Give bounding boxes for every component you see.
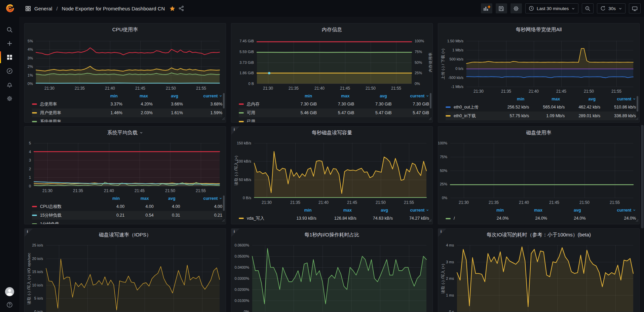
series-name[interactable]: vda_写入 bbox=[247, 216, 264, 221]
chart-area[interactable]: 4 ms3 ms2 ms1 ms0 s读取 (-) /写入 (+) bbox=[457, 245, 633, 312]
zoom-out-button[interactable] bbox=[582, 3, 594, 13]
sidebar-item-search[interactable] bbox=[0, 23, 19, 37]
sidebar-item-help[interactable] bbox=[6, 302, 13, 308]
share-icon[interactable] bbox=[179, 6, 184, 11]
legend-header-current[interactable]: current bbox=[180, 195, 222, 202]
series-color-swatch[interactable] bbox=[32, 103, 37, 105]
series-color-swatch[interactable] bbox=[32, 112, 37, 114]
series-color-swatch[interactable] bbox=[32, 215, 37, 216]
series-color-swatch[interactable] bbox=[32, 121, 37, 122]
legend-scrollbar[interactable] bbox=[223, 195, 225, 211]
panel-title[interactable]: 磁盘使用率 bbox=[438, 127, 639, 139]
chart-plot[interactable] bbox=[36, 41, 220, 84]
chart-plot[interactable] bbox=[457, 245, 633, 312]
legend-header-min[interactable]: min bbox=[98, 195, 124, 202]
chart-area[interactable]: 1.50 Mb/s1 Mb/s500 kb/s0 b/s-500 kb/s-1 … bbox=[466, 41, 633, 87]
panel-title[interactable]: 每次IO读写的耗时（参考：小于100ms）(beta) bbox=[438, 229, 639, 241]
chart-plot[interactable] bbox=[450, 143, 633, 198]
series-name[interactable]: 1分钟负载 bbox=[40, 222, 59, 225]
panel-title[interactable]: 每秒磁盘读写容量 bbox=[231, 127, 432, 139]
panel-resize-handle[interactable] bbox=[429, 217, 432, 223]
grafana-logo[interactable] bbox=[5, 3, 15, 15]
legend-scrollbar[interactable] bbox=[637, 96, 638, 112]
sidebar-item-profile[interactable] bbox=[5, 287, 14, 296]
legend-header-current[interactable]: current bbox=[600, 95, 636, 103]
legend-header-min[interactable]: min bbox=[470, 207, 509, 214]
series-name[interactable]: / bbox=[454, 216, 455, 221]
legend-header-avg[interactable]: avg bbox=[565, 95, 600, 103]
chart-area[interactable]: 100%75%50%25%0%21:3021:3521:4021:4521:50… bbox=[450, 143, 633, 198]
panel-title[interactable]: CPU使用率 bbox=[25, 24, 226, 36]
legend-header-avg[interactable]: avg bbox=[354, 92, 391, 100]
series-name[interactable]: 总使用率 bbox=[40, 102, 57, 106]
series-color-swatch[interactable] bbox=[446, 115, 451, 117]
panel-resize-handle[interactable] bbox=[636, 217, 639, 223]
panel-title[interactable]: 每秒网络带宽使用All bbox=[438, 24, 639, 36]
refresh-picker[interactable]: 30s bbox=[597, 3, 626, 13]
legend-header-avg[interactable]: avg bbox=[547, 207, 586, 214]
series-color-swatch[interactable] bbox=[32, 206, 37, 207]
chart-plot[interactable] bbox=[254, 143, 426, 198]
series-color-swatch[interactable] bbox=[239, 121, 244, 122]
chart-plot[interactable] bbox=[252, 245, 426, 312]
legend-scrollbar[interactable] bbox=[223, 93, 225, 108]
chart-plot[interactable] bbox=[46, 245, 220, 312]
legend-header-min[interactable]: min bbox=[493, 95, 529, 103]
panel-resize-handle[interactable] bbox=[636, 116, 639, 122]
panel-title[interactable]: 每1秒内I/O操作耗时占比 bbox=[231, 229, 432, 241]
legend-header-max[interactable]: max bbox=[317, 92, 354, 100]
sidebar-item-create[interactable] bbox=[0, 37, 19, 50]
page-scrollbar[interactable] bbox=[641, 125, 644, 228]
kiosk-mode-button[interactable] bbox=[629, 3, 641, 13]
chart-area[interactable]: 25 io/s20 io/s15 io/s10 io/s5 io/s0 io/s… bbox=[46, 245, 220, 312]
panel-resize-handle[interactable] bbox=[429, 116, 432, 122]
chart-area[interactable]: 150 kB/s100 kB/s50 kB/s0 B/s21:3021:3521… bbox=[254, 143, 426, 198]
legend-header-avg[interactable]: avg bbox=[356, 207, 393, 214]
breadcrumb-section[interactable]: General bbox=[34, 6, 52, 11]
breadcrumb-title[interactable]: Node Exporter for Prometheus Dashboard C… bbox=[62, 6, 165, 11]
legend-header-min[interactable]: min bbox=[279, 92, 317, 100]
chart-area[interactable]: 5%4%3%2%1%0%21:3021:3521:4021:4521:5021:… bbox=[36, 41, 220, 84]
time-picker[interactable]: Last 30 minutes bbox=[525, 3, 578, 13]
chart-plot[interactable] bbox=[34, 143, 220, 186]
series-color-swatch[interactable] bbox=[32, 223, 37, 224]
sidebar-item-dashboards[interactable] bbox=[0, 50, 19, 64]
legend-header-current[interactable]: current bbox=[586, 207, 636, 214]
series-name[interactable]: eth0_out上传 bbox=[454, 105, 479, 109]
legend-header-max[interactable]: max bbox=[124, 195, 154, 202]
series-color-swatch[interactable] bbox=[239, 112, 244, 114]
legend-header-max[interactable]: max bbox=[529, 95, 565, 103]
series-name[interactable]: 总内存 bbox=[247, 102, 260, 106]
star-icon[interactable] bbox=[169, 6, 175, 11]
series-name[interactable]: CPU总核数 bbox=[40, 204, 62, 209]
legend-header-min[interactable]: min bbox=[92, 92, 122, 100]
series-color-swatch[interactable] bbox=[446, 106, 451, 108]
legend-header-min[interactable]: min bbox=[280, 207, 316, 214]
legend-header-avg[interactable]: avg bbox=[153, 92, 183, 100]
series-name[interactable]: 用户使用率 bbox=[40, 110, 61, 115]
series-name[interactable]: 可用 bbox=[247, 110, 255, 115]
chart-area[interactable]: 0.0600%0.0500%0.0400%0.0300%0.0200%0.010… bbox=[252, 245, 426, 312]
sidebar-item-explore[interactable] bbox=[0, 64, 19, 78]
chart-area[interactable]: 7.45 GiB5.59 GiB3.73 GiB1.86 GiB0 B100%7… bbox=[257, 41, 412, 84]
chart-area[interactable]: 54321021:3021:3521:4021:4521:5021:55 bbox=[34, 143, 220, 186]
legend-header-max[interactable]: max bbox=[122, 92, 153, 100]
save-dashboard-button[interactable] bbox=[496, 3, 507, 13]
legend-header-current[interactable]: current bbox=[392, 92, 429, 100]
panel-resize-handle[interactable] bbox=[222, 217, 225, 223]
legend-header-current[interactable]: current bbox=[393, 207, 429, 214]
series-name[interactable]: 15分钟负载 bbox=[40, 213, 62, 218]
panel-title[interactable]: 系统平均负载 bbox=[25, 127, 226, 139]
chart-plot[interactable] bbox=[257, 41, 412, 84]
legend-header-current[interactable]: current bbox=[183, 92, 222, 100]
series-color-swatch[interactable] bbox=[239, 218, 244, 219]
series-name[interactable]: eth0_in下载 bbox=[454, 114, 476, 118]
series-color-swatch[interactable] bbox=[446, 218, 451, 219]
legend-header-max[interactable]: max bbox=[508, 207, 547, 214]
legend-scrollbar[interactable] bbox=[430, 93, 431, 108]
panel-resize-handle[interactable] bbox=[222, 116, 225, 122]
panel-title[interactable]: 磁盘读写速率（IOPS） bbox=[25, 229, 226, 241]
series-name[interactable]: 系统使用率 bbox=[40, 119, 61, 123]
series-color-swatch[interactable] bbox=[239, 103, 244, 105]
legend-header-avg[interactable]: avg bbox=[154, 195, 180, 202]
